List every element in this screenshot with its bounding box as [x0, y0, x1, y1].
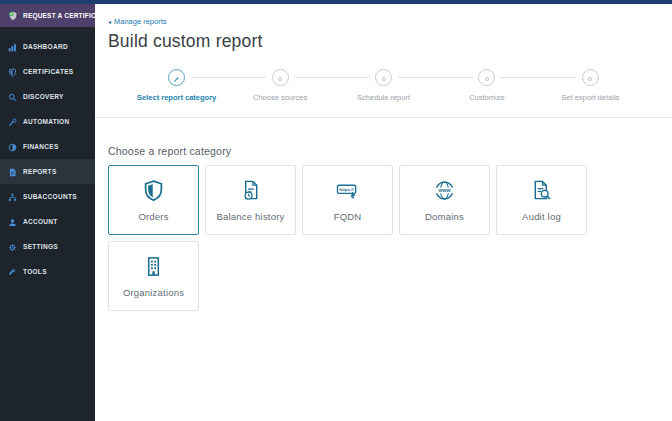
app-window: REQUEST A CERTIFICATE DASHBOARD CERTIFIC… [0, 0, 672, 421]
pencil-icon [172, 69, 181, 87]
gear-icon [483, 69, 491, 87]
sidebar-item-automation[interactable]: AUTOMATION [0, 109, 95, 134]
shield-half-icon [142, 179, 165, 206]
section-title: Choose a report category [108, 145, 672, 157]
category-card-orders[interactable]: Orders [108, 165, 199, 235]
step-set-export-details[interactable]: Set export details [539, 69, 642, 102]
category-card-fqdn[interactable]: https:// FQDN [302, 165, 393, 235]
step-choose-sources[interactable]: Choose sources [228, 69, 331, 102]
step-select-report-category[interactable]: Select report category [125, 69, 228, 102]
step-circle [582, 69, 599, 86]
sidebar-item-account[interactable]: ACCOUNT [0, 209, 95, 234]
step-customize[interactable]: Customize [435, 69, 538, 102]
report-stepper: Select report category Choose sources Sc… [125, 69, 642, 102]
step-schedule-report[interactable]: Schedule report [332, 69, 435, 102]
main-content: ◂ Manage reports Build custom report Sel… [95, 4, 672, 421]
category-card-audit-log[interactable]: Audit log [496, 165, 587, 235]
sidebar-item-dashboard[interactable]: DASHBOARD [0, 34, 95, 59]
subaccounts-icon [8, 188, 17, 206]
reports-icon [8, 163, 17, 181]
building-icon [142, 255, 165, 282]
tools-icon [8, 263, 17, 281]
document-clock-icon [239, 179, 262, 206]
sidebar-item-tools[interactable]: TOOLS [0, 259, 95, 284]
settings-icon [8, 238, 17, 256]
sidebar-item-settings[interactable]: SETTINGS [0, 234, 95, 259]
section-divider [95, 117, 672, 118]
globe-www-icon-text: www [437, 187, 451, 193]
finances-icon [8, 138, 17, 156]
back-arrow-icon: ◂ [108, 18, 111, 25]
request-certificate-button[interactable]: REQUEST A CERTIFICATE [0, 4, 95, 27]
document-search-icon [530, 179, 553, 206]
gear-icon [276, 69, 284, 87]
gear-icon [380, 69, 388, 87]
globe-www-icon: www [433, 179, 456, 206]
sidebar-item-subaccounts[interactable]: SUBACCOUNTS [0, 184, 95, 209]
sidebar-nav: DASHBOARD CERTIFICATES DISCOVERY AUTOMAT… [0, 34, 95, 284]
category-card-organizations[interactable]: Organizations [108, 241, 199, 311]
page-title: Build custom report [108, 31, 672, 52]
category-card-domains[interactable]: www Domains [399, 165, 490, 235]
category-card-balance-history[interactable]: Balance history [205, 165, 296, 235]
step-circle [375, 69, 392, 86]
step-circle [272, 69, 289, 86]
sidebar-item-discovery[interactable]: DISCOVERY [0, 84, 95, 109]
sidebar-item-reports[interactable]: REPORTS [0, 159, 95, 184]
step-circle [478, 69, 495, 86]
breadcrumb-manage-reports[interactable]: ◂ Manage reports [108, 17, 167, 26]
automation-icon [8, 113, 17, 131]
dashboard-icon [8, 38, 17, 56]
certificates-icon [8, 63, 17, 81]
step-circle-active [168, 69, 185, 86]
sidebar-item-certificates[interactable]: CERTIFICATES [0, 59, 95, 84]
sidebar: REQUEST A CERTIFICATE DASHBOARD CERTIFIC… [0, 4, 95, 421]
url-bar-icon: https:// [335, 179, 360, 206]
sidebar-item-finances[interactable]: FINANCES [0, 134, 95, 159]
url-bar-icon-text: https:// [339, 187, 354, 192]
category-card-grid: Orders Balance history https:// FQDN www… [108, 165, 590, 311]
account-icon [8, 213, 17, 231]
certificate-plus-icon [8, 7, 18, 25]
gear-icon [586, 69, 594, 87]
discovery-icon [8, 88, 17, 106]
